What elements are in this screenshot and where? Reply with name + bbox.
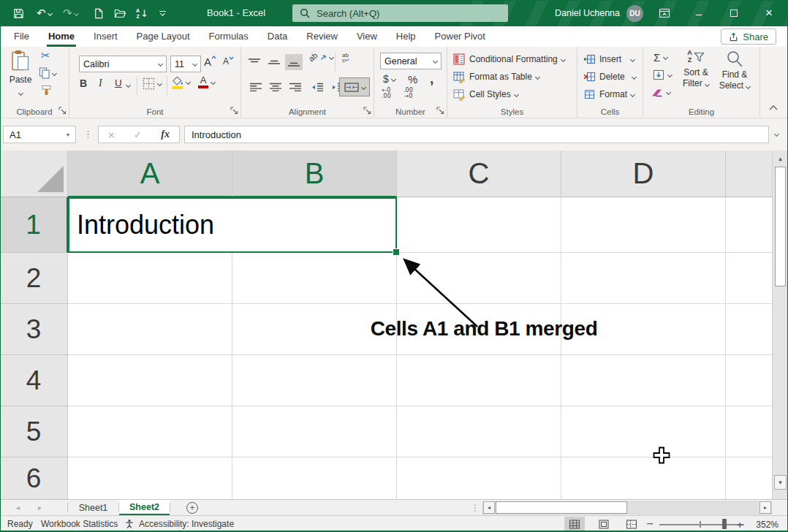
font-dialog-launcher[interactable] [230,107,238,115]
close-button[interactable]: × [760,0,778,26]
tab-power-pivot[interactable]: Power Pivot [425,26,495,47]
comma-style-button[interactable]: , [430,71,433,87]
font-name-select[interactable]: Calibri [79,56,167,72]
alignment-dialog-launcher[interactable] [363,107,371,115]
tab-page-layout[interactable]: Page Layout [127,26,200,47]
workbook-statistics-button[interactable]: Workbook Statistics [41,516,118,532]
bold-button[interactable]: B [80,77,87,89]
search-bar[interactable] [292,4,508,22]
spreadsheet-grid[interactable]: A B C D 1 2 3 4 5 6 Introduction [0,151,772,499]
user-name[interactable]: Daniel Uchenna [547,0,620,26]
fill-color-button[interactable] [172,76,190,89]
wrap-text-button[interactable]: ab c↵ [342,53,350,63]
format-cells-button[interactable]: Format [583,86,634,102]
horizontal-scrollbar-thumb[interactable] [496,501,627,514]
zoom-slider-track[interactable] [659,524,744,525]
format-painter-button[interactable] [41,85,52,96]
prev-sheet-button[interactable]: ◂ [16,503,20,512]
scroll-left-button[interactable]: ◂ [483,501,495,514]
font-color-button[interactable]: A [198,76,215,88]
scroll-up-button[interactable]: ▴ [773,151,788,166]
accounting-format-button[interactable]: $ [383,73,395,85]
vertical-scrollbar-thumb[interactable] [775,167,786,286]
number-format-select[interactable]: General [380,53,442,69]
merge-center-button[interactable] [339,77,370,96]
zoom-level[interactable]: 352% [756,520,778,530]
insert-cells-button[interactable]: Insert [583,51,634,67]
align-right-button[interactable] [287,79,304,95]
decrease-indent-button[interactable] [308,79,326,95]
row-header-5[interactable]: 5 [0,406,68,457]
column-header-partial[interactable] [726,151,772,197]
delete-cells-button[interactable]: Delete [583,69,636,85]
fill-handle[interactable] [393,248,400,256]
insert-function-button[interactable]: fx [161,129,170,140]
open-file-button[interactable] [114,0,126,26]
clipboard-dialog-launcher[interactable] [58,107,67,115]
align-center-button[interactable] [267,79,284,95]
page-layout-view-button[interactable] [594,517,614,531]
zoom-in-button[interactable]: + [737,519,743,531]
tab-help[interactable]: Help [387,26,425,47]
align-left-button[interactable] [247,79,265,95]
collapse-ribbon-button[interactable] [769,105,778,110]
tab-data[interactable]: Data [258,26,297,47]
sort-button[interactable]: AZ ↓ [136,0,148,26]
underline-button[interactable]: U [115,77,122,88]
share-button[interactable]: Share [721,28,776,45]
align-middle-button[interactable] [265,54,283,70]
conditional-formatting-button[interactable]: Conditional Formatting [453,51,565,67]
find-select-button[interactable]: Find & Select [716,50,754,91]
expand-formula-bar-button[interactable] [774,132,779,137]
align-top-button[interactable] [246,54,263,70]
tab-review[interactable]: Review [297,26,347,47]
zoom-slider-thumb[interactable] [722,519,727,529]
page-break-preview-button[interactable] [621,517,642,531]
borders-button[interactable] [143,77,162,90]
ribbon-display-options-button[interactable] [656,0,673,26]
column-header-a[interactable]: A [68,151,232,197]
customize-qat-button[interactable] [159,0,166,26]
cut-button[interactable]: ✂ [41,49,50,62]
format-as-table-button[interactable]: Format as Table [453,69,539,85]
italic-button[interactable]: I [99,77,102,89]
merged-cell-a1-b1[interactable]: Introduction [68,197,397,253]
number-dialog-launcher[interactable] [436,107,444,115]
sheet-tab-sheet2[interactable]: Sheet2 [119,500,170,515]
grip-dots-icon[interactable]: ⋮ [471,503,480,513]
next-sheet-button[interactable]: ▸ [38,503,42,512]
search-input[interactable] [317,8,501,19]
clear-button[interactable] [651,88,670,97]
zoom-out-button[interactable]: − [646,518,654,529]
scroll-down-button[interactable]: ▾ [774,475,787,490]
grow-font-button[interactable]: A [204,56,216,68]
tab-home[interactable]: Home [39,26,84,47]
sort-filter-button[interactable]: AZ Sort & Filter [678,50,713,88]
name-box[interactable]: A1 ▾ [3,126,76,143]
undo-button[interactable]: ↶ [37,0,52,26]
select-all-corner[interactable] [0,151,68,197]
tab-view[interactable]: View [347,26,387,47]
row-header-2[interactable]: 2 [0,253,68,304]
scroll-right-button[interactable]: ▸ [759,501,771,514]
redo-button[interactable]: ↷ [63,0,78,26]
tab-formulas[interactable]: Formulas [200,26,258,47]
increase-decimal-button[interactable]: ←0.00 [382,88,391,99]
maximize-button[interactable] [725,0,743,26]
row-header-4[interactable]: 4 [0,355,68,406]
minimize-button[interactable]: – [690,0,708,26]
new-sheet-button[interactable]: + [186,502,198,514]
font-size-select[interactable]: 11 [170,56,201,72]
enter-icon[interactable]: ✓ [134,129,142,140]
cancel-icon[interactable]: × [108,129,115,141]
vertical-scrollbar[interactable]: ▴ ▾ [772,151,788,499]
row-header-3[interactable]: 3 [0,304,68,355]
sheet-tab-sheet1[interactable]: Sheet1 [68,500,118,515]
percent-style-button[interactable]: % [408,73,417,86]
tab-file[interactable]: File [4,26,39,47]
copy-button[interactable] [39,67,56,79]
row-header-6[interactable]: 6 [0,457,68,499]
save-button[interactable] [13,0,24,26]
align-bottom-button[interactable] [285,54,303,70]
orientation-button[interactable]: ab [308,53,333,61]
